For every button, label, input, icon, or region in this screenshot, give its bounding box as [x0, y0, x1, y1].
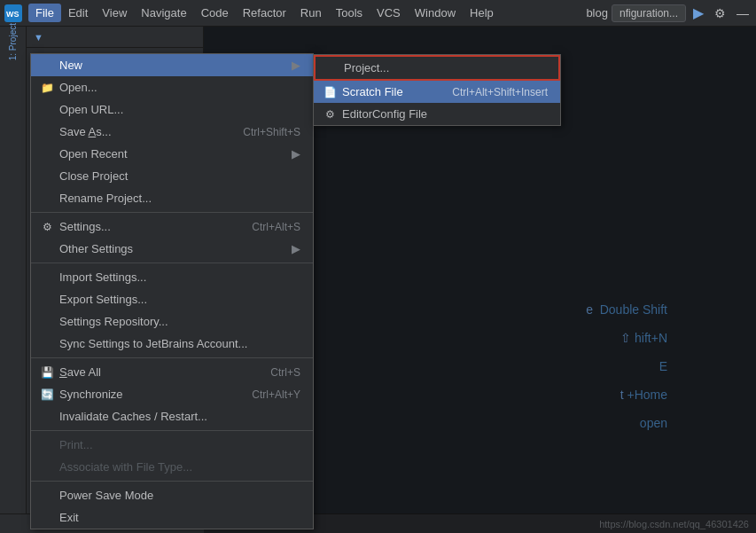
menu-item-open-url[interactable]: Open URL... — [31, 98, 313, 121]
svg-text:WS: WS — [6, 10, 19, 19]
new-submenu: Project... 📄 Scratch File Ctrl+Alt+Shift… — [313, 54, 561, 126]
settings-button[interactable]: ⚙ — [711, 4, 729, 22]
menu-item-invalidate[interactable]: Invalidate Caches / Restart... — [31, 405, 313, 427]
open-icon: 📁 — [40, 82, 54, 94]
synchronize-shortcut: Ctrl+Alt+Y — [252, 388, 300, 401]
settings-menu-icon: ⚙ — [40, 221, 54, 233]
sidebar-project-label: 1: Project — [8, 23, 18, 60]
menu-item-print: Print... — [31, 434, 313, 456]
submenu-item-editorconfig[interactable]: ⚙ EditorConfig File — [314, 103, 560, 125]
synchronize-icon: 🔄 — [40, 388, 54, 401]
menu-item-power-save-label: Power Save Mode — [59, 489, 300, 502]
sidebar-project-icon[interactable]: 1: Project — [2, 30, 25, 53]
menu-item-new[interactable]: New ▶ Project... 📄 Scratch File Ctrl+Alt… — [31, 54, 313, 76]
menu-item-power-save[interactable]: Power Save Mode — [31, 484, 313, 506]
save-all-shortcut: Ctrl+S — [270, 366, 300, 379]
divider-2 — [31, 263, 313, 263]
file-menu-dropdown: New ▶ Project... 📄 Scratch File Ctrl+Alt… — [30, 53, 314, 529]
menu-item-other-settings[interactable]: Other Settings ▶ — [31, 238, 313, 260]
menu-item-open[interactable]: 📁 Open... — [31, 76, 313, 98]
menu-item-sync-settings[interactable]: Sync Settings to JetBrains Account... — [31, 333, 313, 355]
app-logo: WS — [4, 4, 23, 23]
save-as-shortcut: Ctrl+Shift+S — [243, 126, 300, 138]
run-button[interactable]: ▶ — [690, 3, 707, 23]
divider-5 — [31, 481, 313, 482]
project-panel-title: ▼ — [34, 32, 43, 43]
menu-item-rename-project[interactable]: Rename Project... — [31, 187, 313, 209]
menu-item-open-recent-label: Open Recent — [59, 147, 284, 161]
menu-navigate[interactable]: Navigate — [134, 4, 193, 22]
toolbar-right: blog nfiguration... ▶ ⚙ — — [579, 3, 752, 23]
save-all-icon: 💾 — [40, 366, 54, 379]
menu-refactor[interactable]: Refactor — [236, 4, 293, 22]
divider-4 — [31, 430, 313, 431]
menu-code[interactable]: Code — [194, 4, 236, 22]
submenu-scratch-shortcut: Ctrl+Alt+Shift+Insert — [452, 86, 548, 98]
minimize-button[interactable]: — — [733, 6, 752, 20]
menu-item-open-url-label: Open URL... — [59, 103, 300, 116]
menu-item-print-label: Print... — [59, 438, 300, 451]
main-content: 1: Project ▼ e Double Shift ⇧ hift+N E t — [0, 27, 756, 533]
divider-3 — [31, 357, 313, 358]
menu-item-save-all[interactable]: 💾 Save All Ctrl+S — [31, 361, 313, 383]
new-arrow-icon: ▶ — [292, 59, 300, 72]
menu-item-exit-label: Exit — [59, 511, 300, 524]
menu-item-import-settings-label: Import Settings... — [59, 270, 300, 284]
menu-item-close-project-label: Close Project — [59, 169, 300, 183]
menu-view[interactable]: View — [95, 4, 134, 22]
menu-help[interactable]: Help — [463, 4, 501, 22]
run-config-button[interactable]: nfiguration... — [612, 4, 686, 22]
menu-item-invalidate-label: Invalidate Caches / Restart... — [59, 410, 300, 423]
menu-item-associate-label: Associate with File Type... — [59, 460, 300, 474]
menu-item-exit[interactable]: Exit — [31, 506, 313, 529]
menu-item-close-project[interactable]: Close Project — [31, 165, 313, 187]
menu-item-save-as-label: Save As... — [59, 125, 225, 138]
project-title: blog — [586, 6, 608, 20]
menu-item-synchronize-label: Synchronize — [59, 388, 234, 401]
menu-item-settings-repo-label: Settings Repository... — [59, 315, 300, 328]
other-settings-arrow-icon: ▶ — [292, 242, 300, 255]
menu-item-associate: Associate with File Type... — [31, 456, 313, 478]
menu-item-save-as[interactable]: Save As... Ctrl+Shift+S — [31, 121, 313, 143]
menu-window[interactable]: Window — [408, 4, 463, 22]
menu-item-settings-repo[interactable]: Settings Repository... — [31, 310, 313, 333]
submenu-editorconfig-label: EditorConfig File — [342, 107, 548, 121]
submenu-item-scratch[interactable]: 📄 Scratch File Ctrl+Alt+Shift+Insert — [314, 81, 560, 103]
menu-edit[interactable]: Edit — [61, 4, 95, 22]
menu-item-open-recent[interactable]: Open Recent ▶ — [31, 143, 313, 165]
editorconfig-icon: ⚙ — [323, 108, 337, 121]
menu-tools[interactable]: Tools — [329, 4, 370, 22]
open-recent-arrow-icon: ▶ — [292, 147, 300, 161]
submenu-project-box: Project... — [314, 55, 560, 81]
menu-item-import-settings[interactable]: Import Settings... — [31, 266, 313, 288]
menu-file[interactable]: File — [28, 4, 61, 22]
menu-run[interactable]: Run — [293, 4, 329, 22]
menu-bar: WS File Edit View Navigate Code Refactor… — [0, 0, 756, 27]
menu-item-settings[interactable]: ⚙ Settings... Ctrl+Alt+S — [31, 216, 313, 238]
menu-item-other-settings-label: Other Settings — [59, 242, 284, 255]
menu-item-save-all-label: Save All — [59, 365, 253, 379]
scratch-icon: 📄 — [323, 86, 337, 98]
menu-item-sync-settings-label: Sync Settings to JetBrains Account... — [59, 337, 300, 350]
submenu-scratch-label: Scratch File — [342, 85, 434, 98]
menu-item-new-label: New — [59, 59, 284, 72]
menu-item-open-label: Open... — [59, 81, 300, 94]
submenu-project-label: Project... — [344, 61, 546, 74]
divider-1 — [31, 212, 313, 213]
menu-item-export-settings-label: Export Settings... — [59, 293, 300, 306]
menu-item-export-settings[interactable]: Export Settings... — [31, 288, 313, 310]
menu-vcs[interactable]: VCS — [370, 4, 408, 22]
submenu-item-project[interactable]: Project... — [316, 57, 558, 79]
settings-shortcut: Ctrl+Alt+S — [252, 221, 300, 233]
project-panel-header: ▼ — [27, 27, 203, 48]
menu-item-rename-project-label: Rename Project... — [59, 192, 300, 205]
left-sidebar: 1: Project — [0, 27, 27, 533]
menu-item-settings-label: Settings... — [59, 220, 234, 233]
menu-item-synchronize[interactable]: 🔄 Synchronize Ctrl+Alt+Y — [31, 383, 313, 405]
